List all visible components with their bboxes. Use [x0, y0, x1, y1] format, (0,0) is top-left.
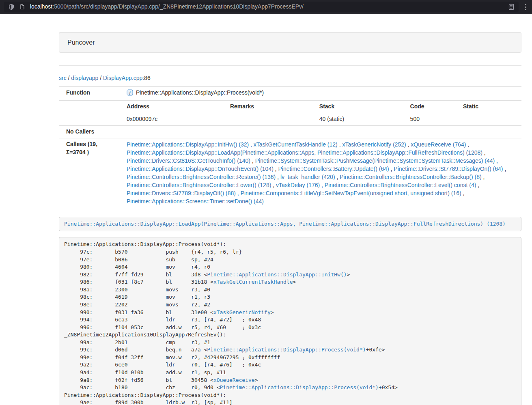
disassembly-symbol-link[interactable]: Pinetime::Applications::DisplayApp::Init… [207, 271, 347, 278]
stats-row-value: Address Remarks Stack Code Static 0x0000… [119, 100, 521, 125]
page-container: Puncover src / displayapp / DisplayApp.c… [59, 32, 521, 405]
callee-link[interactable]: Pinetime::Drivers::Cst816S::GetTouchInfo… [127, 157, 250, 164]
breadcrumb-text: / [67, 75, 71, 81]
url-text[interactable]: localhost:5000/path/src/displayapp/Displ… [30, 3, 503, 11]
menu-kebab-icon[interactable] [523, 2, 528, 12]
stats-header-stack: Stack [319, 101, 410, 113]
table-row-function: Function f Pinetime::Applications::Displ… [59, 86, 521, 100]
stats-static-value [463, 113, 521, 125]
function-row-label: Function [59, 86, 119, 100]
disassembly-symbol-link[interactable]: Pinetime::Applications::DisplayApp::Proc… [207, 347, 366, 353]
tracking-shield-icon[interactable] [8, 4, 15, 10]
page-icon [19, 4, 25, 10]
callees-list: Pinetime::Applications::DisplayApp::Init… [119, 138, 521, 207]
table-row-no-callers: No Callers [59, 125, 521, 138]
no-callers-label: No Callers [59, 125, 119, 138]
callee-link[interactable]: xTaskGenericNotify (252) [342, 141, 406, 148]
breadcrumb-link[interactable]: DisplayApp.cpp [103, 75, 142, 81]
stats-header-row: Address Remarks Stack Code Static [127, 101, 521, 113]
stats-header-remarks: Remarks [230, 101, 319, 113]
callee-link[interactable]: vTaskDelay (176) [276, 182, 320, 188]
callee-link[interactable]: Pinetime::Controllers::BrightnessControl… [127, 174, 276, 180]
disassembly-code: Pinetime::Applications::DisplayApp::Proc… [64, 241, 398, 405]
breadcrumb-text: / [98, 75, 103, 81]
disassembly-symbol-link[interactable]: xTaskGenericNotify [213, 309, 271, 315]
callee-link[interactable]: Pinetime::Controllers::BrightnessControl… [127, 182, 271, 188]
breadcrumb-link[interactable]: src [59, 75, 67, 81]
function-type-icon: f [127, 89, 133, 98]
function-symbol-name: Pinetime::Applications::DisplayApp::Proc… [136, 89, 264, 96]
app-header-panel: Puncover [59, 32, 521, 53]
symbol-info-table: Function f Pinetime::Applications::Displ… [59, 86, 521, 207]
stats-header-address: Address [127, 101, 230, 113]
callee-link[interactable]: Pinetime::Drivers::St7789::DisplayOn() (… [394, 166, 503, 172]
callee-link[interactable]: Pinetime::Controllers::BrightnessControl… [325, 182, 476, 188]
stats-header-code: Code [410, 101, 463, 113]
callees-label: Callees (19, Σ=3704 ) [59, 138, 119, 207]
url-path: :5000/path/src/displayapp/DisplayApp.cpp… [52, 3, 304, 10]
callee-link[interactable]: Pinetime::Applications::DisplayApp::Init… [127, 141, 249, 148]
callee-link[interactable]: Pinetime::Applications::DisplayApp::OnTo… [127, 166, 274, 172]
empty-row-label [59, 100, 119, 125]
callee-link[interactable]: Pinetime::Applications::DisplayApp::Load… [127, 149, 482, 156]
breadcrumb-text: :86 [142, 75, 150, 81]
highlighted-callee-link[interactable]: Pinetime::Applications::DisplayApp::Load… [64, 221, 506, 227]
table-row-callees: Callees (19, Σ=3704 ) Pinetime::Applicat… [59, 138, 521, 207]
callee-link[interactable]: xQueueReceive (764) [411, 141, 466, 148]
callee-link[interactable]: Pinetime::Drivers::St7789::DisplayOff() … [127, 190, 236, 196]
callee-link[interactable]: Pinetime::Applications::Screens::Timer::… [127, 198, 264, 205]
table-row-stats: Address Remarks Stack Code Static 0x0000… [59, 100, 521, 125]
stats-address-value: 0x0000097c [127, 113, 230, 125]
callee-link[interactable]: xTaskGetCurrentTaskHandle (12) [254, 141, 338, 148]
stats-value-row: 0x0000097c 40 (static) 500 [127, 113, 521, 125]
disassembly-symbol-link[interactable]: Pinetime::Applications::DisplayApp::Proc… [220, 384, 379, 390]
function-row-value: f Pinetime::Applications::DisplayApp::Pr… [119, 86, 521, 100]
callee-link[interactable]: Pinetime::Controllers::Battery::Update()… [278, 166, 389, 172]
callee-link[interactable]: Pinetime::Controllers::BrightnessControl… [340, 174, 481, 180]
stats-remarks-value [230, 113, 319, 125]
app-title: Puncover [67, 38, 513, 47]
no-callers-value [119, 125, 521, 138]
reader-view-icon[interactable] [508, 4, 515, 10]
disassembly: Pinetime::Applications::DisplayApp::Proc… [59, 237, 521, 405]
divider [59, 65, 521, 66]
stats-stack-value: 40 (static) [319, 113, 410, 125]
browser-toolbar: localhost:5000/path/src/displayapp/Displ… [0, 0, 532, 14]
url-bar[interactable]: localhost:5000/path/src/displayapp/Displ… [4, 2, 519, 12]
highlighted-callee-panel: Pinetime::Applications::DisplayApp::Load… [59, 217, 521, 232]
breadcrumb-link[interactable]: displayapp [71, 75, 98, 81]
disassembly-symbol-link[interactable]: xTaskGetCurrentTaskHandle [213, 279, 293, 285]
callee-link[interactable]: lv_task_handler (420) [280, 174, 335, 180]
breadcrumb: src / displayapp / DisplayApp.cpp:86 [59, 74, 521, 82]
stats-table: Address Remarks Stack Code Static 0x0000… [127, 101, 521, 125]
disassembly-symbol-link[interactable]: xQueueReceive [213, 377, 255, 383]
url-host: localhost [30, 3, 52, 10]
stats-header-static: Static [463, 101, 521, 113]
stats-code-value: 500 [410, 113, 463, 125]
callee-link[interactable]: Pinetime::Components::LittleVgl::SetNewT… [241, 190, 461, 196]
callee-link[interactable]: Pinetime::System::SystemTask::PushMessag… [255, 157, 495, 164]
